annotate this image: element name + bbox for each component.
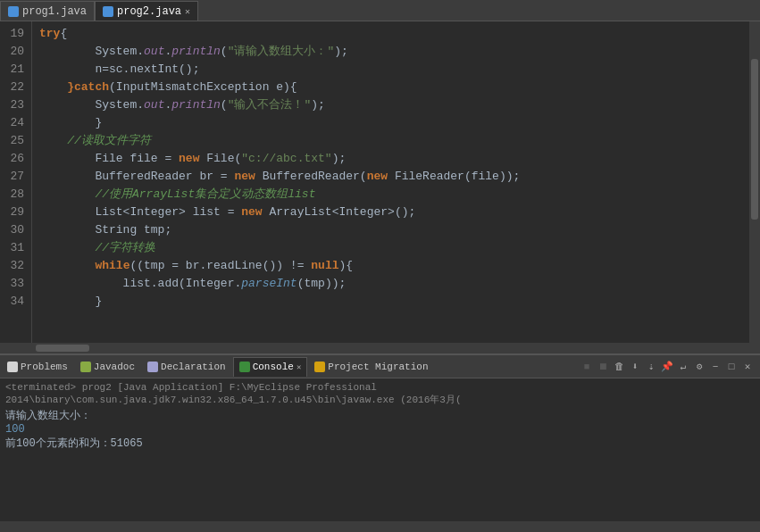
tab-prog1[interactable]: prog1.java — [0, 1, 95, 21]
java-file-icon — [8, 6, 19, 17]
line-number: 34 — [4, 293, 24, 311]
tab-prog2[interactable]: prog2.java ✕ — [95, 1, 198, 21]
code-line: //字符转换 — [39, 239, 742, 257]
line-number: 24 — [4, 114, 24, 132]
tab-console[interactable]: Console ✕ — [233, 357, 308, 377]
code-line: System.out.println("输入不合法！"); — [39, 96, 742, 114]
code-line: //使用ArrayList集合定义动态数组list — [39, 186, 742, 204]
line-number: 33 — [4, 275, 24, 293]
line-number: 20 — [4, 43, 24, 61]
tab-project-label: Project Migration — [328, 362, 428, 372]
console-terminated-line: <terminated> prog2 [Java Application] F:… — [5, 382, 755, 406]
tab-prog1-label: prog1.java — [22, 5, 87, 18]
problems-icon — [7, 362, 18, 372]
code-line: String tmp; — [39, 221, 742, 239]
tab-declaration-label: Declaration — [161, 362, 226, 372]
code-line: File file = new File("c://abc.txt"); — [39, 150, 742, 168]
console-icon — [239, 362, 250, 372]
editor-tab-bar: prog1.java prog2.java ✕ — [0, 0, 760, 21]
code-line: list.add(Integer.parseInt(tmp)); — [39, 275, 742, 293]
tab-console-close[interactable]: ✕ — [296, 362, 301, 372]
tab-console-label: Console — [253, 362, 294, 372]
scrollbar-thumb[interactable] — [751, 59, 758, 220]
console-output: <terminated> prog2 [Java Application] F:… — [0, 378, 760, 521]
line-number: 21 — [4, 61, 24, 79]
tab-javadoc-label: Javadoc — [94, 362, 135, 372]
tab-prog2-close[interactable]: ✕ — [185, 6, 190, 17]
code-editor-wrap: 19202122232425262728293031323334 try{ Sy… — [0, 21, 760, 353]
code-line: }catch(InputMismatchException e){ — [39, 79, 742, 96]
tab-problems[interactable]: Problems — [2, 357, 73, 377]
code-line: } — [39, 293, 742, 311]
bottom-tab-bar: Problems Javadoc Declaration Console ✕ P… — [0, 355, 760, 378]
project-icon — [314, 362, 325, 372]
h-scrollbar-track — [0, 345, 760, 352]
code-content[interactable]: try{ System.out.println("请输入数组大小："); n=s… — [32, 21, 749, 343]
code-line: } — [39, 114, 742, 132]
line-numbers: 19202122232425262728293031323334 — [0, 21, 32, 343]
line-number: 30 — [4, 221, 24, 239]
console-line2: 100 — [5, 423, 755, 436]
horizontal-scrollbar[interactable] — [0, 343, 760, 353]
pin-button[interactable]: 📌 — [660, 360, 674, 374]
console-line1: 请输入数组大小： — [5, 408, 755, 423]
editor-main: 19202122232425262728293031323334 try{ Sy… — [0, 21, 760, 343]
javadoc-icon — [80, 362, 91, 372]
settings-button[interactable]: ⚙ — [692, 360, 706, 374]
line-number: 31 — [4, 239, 24, 257]
code-line: BufferedReader br = new BufferedReader(n… — [39, 168, 742, 186]
code-line: while((tmp = br.readLine()) != null){ — [39, 257, 742, 275]
console-h-scrollbar[interactable] — [0, 521, 760, 532]
code-line: //读取文件字符 — [39, 132, 742, 150]
tab-problems-label: Problems — [21, 362, 68, 372]
scroll-lock-button[interactable]: ⬇ — [628, 360, 642, 374]
console-line3: 前100个元素的和为：51065 — [5, 436, 755, 451]
declaration-icon — [147, 362, 158, 372]
line-number: 26 — [4, 150, 24, 168]
tab-declaration[interactable]: Declaration — [142, 357, 231, 377]
tab-prog2-label: prog2.java — [117, 5, 181, 18]
console-toolbar: ■ ⏹ 🗑 ⬇ ⇣ 📌 ↵ ⚙ − □ ✕ — [580, 360, 758, 374]
h-scrollbar-thumb[interactable] — [36, 345, 89, 352]
code-line: n=sc.nextInt(); — [39, 61, 742, 79]
bottom-panel: Problems Javadoc Declaration Console ✕ P… — [0, 353, 760, 532]
word-wrap-button[interactable]: ↵ — [676, 360, 690, 374]
tab-javadoc[interactable]: Javadoc — [75, 357, 140, 377]
line-number: 29 — [4, 204, 24, 221]
line-number: 28 — [4, 186, 24, 204]
line-number: 22 — [4, 79, 24, 96]
java-file-icon — [103, 6, 113, 17]
line-number: 25 — [4, 132, 24, 150]
code-line: System.out.println("请输入数组大小："); — [39, 43, 742, 61]
maximize-button[interactable]: □ — [724, 360, 739, 374]
line-number: 23 — [4, 96, 24, 114]
scroll2-button[interactable]: ⇣ — [644, 360, 658, 374]
code-line: List<Integer> list = new ArrayList<Integ… — [39, 204, 742, 221]
code-line: try{ — [39, 25, 742, 43]
close-panel-button[interactable]: ✕ — [740, 360, 755, 374]
line-number: 19 — [4, 25, 24, 43]
stop-button[interactable]: ■ — [580, 360, 594, 374]
line-number: 27 — [4, 168, 24, 186]
line-number: 32 — [4, 257, 24, 275]
minimize-button[interactable]: − — [708, 360, 722, 374]
vertical-scrollbar[interactable] — [749, 21, 760, 343]
tab-project[interactable]: Project Migration — [309, 357, 433, 377]
stop2-button[interactable]: ⏹ — [596, 360, 610, 374]
clear-button[interactable]: 🗑 — [612, 360, 626, 374]
